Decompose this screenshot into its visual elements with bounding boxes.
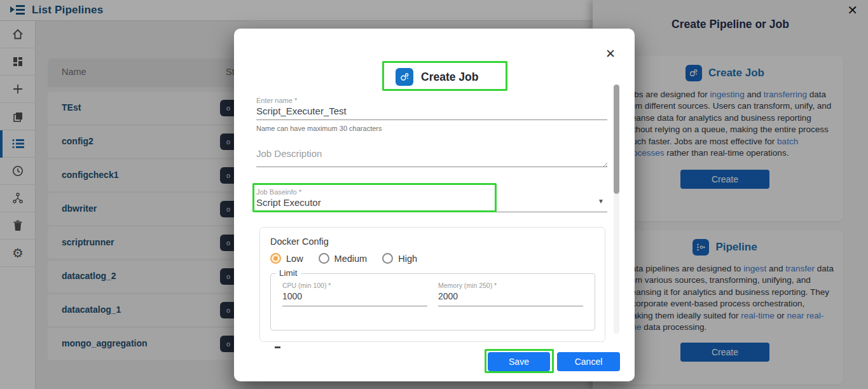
highlight-box-save [485,349,554,373]
radio-dot [382,253,393,264]
modal-scrollbar-thumb[interactable] [614,85,619,194]
docker-config-title: Docker Config [270,236,329,247]
radio-high[interactable]: High [382,253,417,264]
description-underline [256,167,607,167]
name-input[interactable]: Script_Executer_Test [256,106,347,116]
radio-dot [270,253,281,264]
cpu-underline [282,306,427,306]
modal-scrollbar[interactable] [614,85,619,334]
description-textarea[interactable]: Job Description [256,148,322,159]
app-window: List Pipelines ⚙ Name [0,0,868,389]
docker-size-radio-group: Low Medium High [270,253,417,264]
limit-legend: Limit [276,268,301,278]
name-field-label: Enter name * [256,97,297,104]
highlight-box-title [382,61,507,91]
radio-medium[interactable]: Medium [319,253,368,264]
memory-field-label: Memory (min 250) * [438,282,497,289]
chevron-down-icon[interactable]: ▼ [598,198,604,205]
docker-config-section: Docker Config Low Medium High Limit CPU … [259,227,605,342]
cpu-field-label: CPU (min 100) * [282,282,331,289]
memory-underline [438,306,583,306]
textarea-resize-handle[interactable] [602,159,608,170]
radio-dot [319,253,329,264]
cpu-input[interactable]: 1000 [282,291,302,301]
highlight-box-baseinfo [252,183,497,212]
cancel-button[interactable]: Cancel [557,352,620,371]
radio-label: High [398,254,417,264]
name-input-underline [256,119,607,120]
radio-label: Low [286,254,303,264]
name-helper-text: Name can have maximum 30 characters [256,125,382,132]
limit-fieldset: Limit CPU (min 100) * 1000 Memory (min 2… [270,273,595,331]
memory-input[interactable]: 2000 [438,291,458,301]
radio-low[interactable]: Low [270,253,303,264]
radio-label: Medium [334,254,368,264]
modal-close-icon[interactable]: ✕ [605,48,616,60]
clipped-content-fragment [275,346,280,348]
